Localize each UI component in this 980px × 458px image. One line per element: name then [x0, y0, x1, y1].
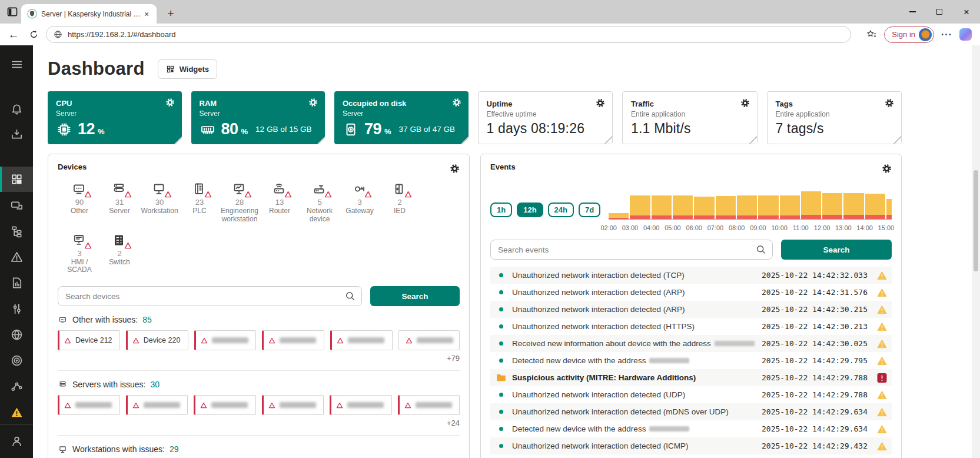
event-row[interactable]: Unauthorized network interaction detecte… [490, 386, 892, 403]
settings-more-icon[interactable]: ··· [941, 29, 952, 40]
event-row[interactable]: Suspicious activity (MITRE: Hardware Add… [490, 369, 892, 386]
sidebar-item-bell[interactable] [0, 97, 33, 121]
time-range-1h[interactable]: 1h [490, 203, 512, 217]
histogram-bar[interactable] [780, 195, 800, 219]
device-chip[interactable] [194, 395, 256, 415]
widgets-button[interactable]: Widgets [158, 59, 217, 79]
events-search-button[interactable]: Search [781, 240, 892, 260]
device-chip[interactable]: Device 212 [58, 330, 120, 350]
sidebar-item-target[interactable] [0, 349, 33, 373]
gear-icon[interactable] [165, 98, 175, 107]
event-row[interactable]: Unauthorized network interaction detecte… [490, 403, 892, 420]
scrollbar-thumb[interactable] [974, 170, 978, 271]
device-type-engineering-workstation[interactable]: 28Engineering workstation [220, 182, 259, 224]
devices-search-button[interactable]: Search [370, 286, 460, 306]
maximize-button[interactable] [926, 0, 953, 24]
url-bar[interactable]: https://192.168.2.1/#/dashboard [46, 26, 851, 43]
event-row[interactable]: Detected new device with the address2025… [490, 352, 892, 369]
histogram-bar[interactable] [758, 195, 778, 219]
device-chip[interactable] [262, 395, 324, 415]
device-chip[interactable]: Device 220 [126, 330, 188, 350]
gear-icon[interactable] [740, 98, 750, 108]
device-type-plc[interactable]: 23PLC [180, 182, 219, 224]
gear-icon[interactable] [452, 98, 461, 107]
sidebar-item-reports[interactable] [0, 271, 33, 295]
time-range-24h[interactable]: 24h [548, 203, 574, 217]
sidebar-item-sliders[interactable] [0, 297, 33, 321]
event-row[interactable]: Received new information about device wi… [490, 335, 892, 352]
device-type-network-device[interactable]: 5Network device [300, 182, 339, 224]
device-type-other[interactable]: 90Other [60, 182, 99, 224]
sidebar-item-devices[interactable] [0, 194, 33, 218]
minimize-button[interactable] [899, 0, 926, 24]
histogram-bar[interactable] [609, 213, 629, 219]
histogram-bar[interactable] [652, 195, 672, 219]
favorites-icon[interactable] [866, 29, 877, 40]
sidebar-item-download[interactable] [0, 122, 33, 147]
event-row[interactable]: Unauthorized network interaction detecte… [490, 437, 892, 454]
event-row[interactable]: Unauthorized network interaction detecte… [490, 301, 892, 318]
gear-icon[interactable] [885, 98, 894, 108]
device-chip[interactable] [330, 330, 393, 350]
sidebar-item-user[interactable] [0, 429, 33, 453]
sidebar-item-alerts[interactable] [0, 245, 33, 269]
device-type-ied[interactable]: 2IED [380, 182, 419, 224]
copilot-icon[interactable] [959, 28, 972, 41]
device-chip[interactable] [262, 330, 324, 350]
device-group-count[interactable]: 85 [142, 315, 152, 324]
refresh-icon[interactable] [26, 27, 41, 42]
event-row[interactable]: Unauthorized network interaction detecte… [490, 284, 892, 301]
histogram-bar[interactable] [673, 195, 693, 219]
browser-tab[interactable]: Server | Kaspersky Industrial Cybe × [21, 4, 157, 24]
event-row[interactable]: Detected new device with the address2025… [490, 420, 892, 437]
histogram-bar-partial[interactable] [886, 199, 892, 219]
more-devices-count[interactable]: +24 [58, 419, 460, 428]
tab-actions-icon[interactable] [6, 6, 19, 18]
event-row[interactable]: Unauthorized network interaction detecte… [490, 318, 892, 335]
device-chip[interactable] [58, 395, 120, 415]
device-chip[interactable] [398, 395, 460, 415]
device-type-switch[interactable]: 2Switch [100, 233, 139, 275]
device-type-router[interactable]: 13Router [260, 182, 299, 224]
device-group-count[interactable]: 30 [150, 380, 160, 389]
histogram-bar[interactable] [822, 193, 842, 219]
device-chip[interactable] [194, 330, 257, 350]
device-type-workstation[interactable]: 30Workstation [140, 182, 179, 224]
histogram-bar[interactable] [801, 191, 821, 219]
device-chip[interactable] [126, 395, 188, 415]
sidebar-item-warning-filled[interactable] [0, 400, 33, 424]
histogram-bar[interactable] [843, 193, 863, 219]
device-type-gateway[interactable]: 3Gateway [340, 182, 379, 224]
histogram-bar[interactable] [716, 196, 736, 219]
events-gear-icon[interactable] [882, 164, 892, 174]
gear-icon[interactable] [308, 98, 318, 107]
sidebar-item-menu[interactable] [0, 52, 33, 77]
device-chip[interactable] [398, 330, 460, 350]
histogram-bar[interactable] [865, 194, 885, 219]
sidebar-item-process[interactable] [0, 374, 33, 399]
more-devices-count[interactable]: +79 [58, 354, 460, 363]
devices-gear-icon[interactable] [450, 164, 460, 174]
sidebar-item-dashboard[interactable] [0, 167, 33, 192]
sidebar-item-globe[interactable] [0, 323, 33, 347]
sign-in-button[interactable]: Sign in [884, 26, 934, 43]
time-range-7d[interactable]: 7d [579, 203, 600, 217]
histogram-bar[interactable] [737, 195, 757, 219]
tab-close-icon[interactable]: × [141, 9, 152, 19]
device-type-hmi-scada[interactable]: 3HMI / SCADA [60, 233, 99, 275]
gear-icon[interactable] [596, 98, 605, 108]
new-tab-button[interactable]: + [164, 6, 178, 21]
device-group-count[interactable]: 29 [170, 444, 179, 454]
devices-search-input[interactable] [58, 286, 362, 306]
events-search-input[interactable] [490, 240, 773, 260]
histogram-bar[interactable] [694, 197, 714, 219]
sidebar-item-topology[interactable] [0, 220, 33, 244]
histogram-bar[interactable] [630, 195, 650, 219]
close-button[interactable]: × [953, 0, 980, 24]
device-type-server[interactable]: 31Server [100, 182, 139, 224]
back-icon[interactable]: ← [6, 27, 21, 42]
device-chip[interactable] [330, 395, 392, 415]
page-scrollbar[interactable] [972, 45, 980, 458]
time-range-12h[interactable]: 12h [517, 203, 543, 217]
event-row[interactable]: Unauthorized network interaction detecte… [490, 267, 892, 284]
